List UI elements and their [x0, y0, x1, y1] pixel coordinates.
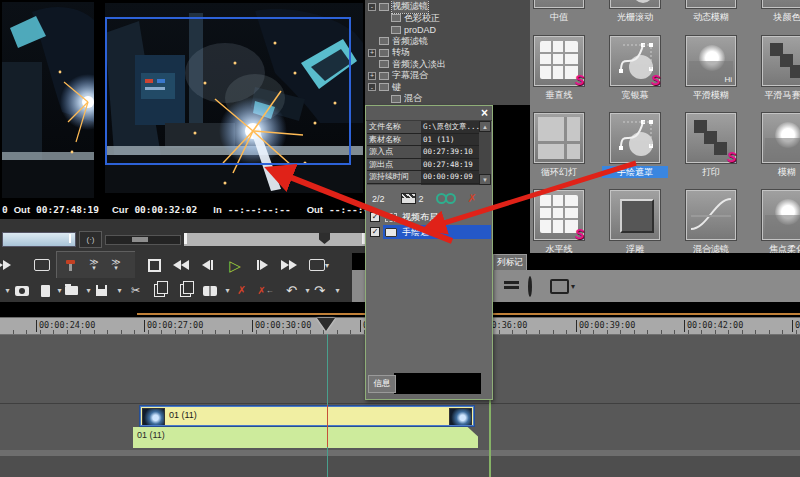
- tree-item-prodad[interactable]: proDAD: [391, 24, 436, 35]
- video-clip[interactable]: 01 (11): [140, 406, 474, 426]
- position-slider[interactable]: [183, 232, 366, 247]
- video-layout-box[interactable]: [105, 17, 351, 165]
- effect-label[interactable]: 模糊: [754, 166, 800, 178]
- playhead-marker[interactable]: [317, 318, 335, 331]
- layer-row-video-layout[interactable]: ✓ 视频布局: [366, 210, 492, 224]
- fastforward-button[interactable]: [276, 254, 302, 276]
- tree-item-blend[interactable]: 混合: [391, 93, 422, 104]
- effect-label[interactable]: 光栅滚动: [602, 11, 668, 23]
- effect-item-raster-scroll[interactable]: [610, 0, 660, 8]
- stop-button[interactable]: [142, 254, 166, 276]
- next-frame-button[interactable]: [250, 254, 274, 276]
- effect-label[interactable]: 水平线: [530, 243, 592, 253]
- tree-item-transitions[interactable]: + 转场: [368, 47, 410, 58]
- effect-item-horizontal-lines[interactable]: S: [534, 190, 584, 240]
- effect-item-smooth-blur[interactable]: Hi: [686, 36, 736, 86]
- paste-button[interactable]: [178, 283, 193, 298]
- effect-item-median[interactable]: [534, 0, 584, 8]
- dropdown-icon[interactable]: ▾: [0, 283, 15, 298]
- scroll-down-button[interactable]: ▼: [479, 174, 491, 185]
- jog-control[interactable]: (·): [79, 231, 102, 248]
- capture-camera-button[interactable]: [14, 283, 29, 298]
- checkbox-checked[interactable]: ✓: [370, 227, 380, 237]
- save-project-button[interactable]: [94, 283, 109, 298]
- effect-label[interactable]: 循环幻灯: [530, 166, 592, 178]
- expander-icon[interactable]: +: [368, 49, 376, 57]
- previous-frame-button[interactable]: [196, 254, 220, 276]
- undo-button[interactable]: ↶: [284, 283, 299, 298]
- effect-item-block-color[interactable]: [762, 0, 800, 8]
- bin-button[interactable]: [202, 283, 217, 298]
- position-handle[interactable]: [319, 233, 330, 244]
- effect-label[interactable]: 垂直线: [530, 89, 592, 101]
- display-mode-button[interactable]: [30, 254, 54, 276]
- sequence-marker-tab[interactable]: 列标记: [493, 254, 527, 270]
- new-sequence-button[interactable]: [38, 283, 53, 298]
- effect-label[interactable]: 混合滤镜: [678, 243, 744, 253]
- clapper-icon[interactable]: [401, 193, 416, 204]
- dropdown-icon[interactable]: ▾: [330, 283, 345, 298]
- layer-row-hand-drawn-mask[interactable]: ✓ 手绘遮罩: [366, 225, 492, 239]
- effect-label[interactable]: 浮雕: [602, 243, 668, 253]
- panel-scrollbar[interactable]: ▲ ▼: [479, 121, 491, 185]
- capture-button[interactable]: [60, 254, 80, 276]
- expander-icon[interactable]: -: [368, 3, 376, 11]
- info-value: G:\原创文章...: [421, 122, 480, 132]
- dropdown-icon[interactable]: ▾: [220, 283, 235, 298]
- effect-label[interactable]: 平滑马赛克: [754, 89, 800, 101]
- delete-button[interactable]: ✗: [234, 283, 249, 298]
- effect-item-hand-drawn-mask[interactable]: [610, 113, 660, 163]
- effect-label[interactable]: 平滑模糊: [678, 89, 744, 101]
- info-value: 01 (11): [421, 135, 480, 144]
- shuttle-slider[interactable]: [105, 235, 181, 245]
- effect-item-mix-filter[interactable]: [686, 190, 736, 240]
- info-tab[interactable]: 信息: [368, 375, 396, 393]
- effect-label-selected[interactable]: 手绘遮罩: [602, 166, 668, 178]
- fastforward-button-partial[interactable]: [0, 254, 16, 276]
- effect-item-motion-blur[interactable]: [686, 0, 736, 8]
- expander-icon[interactable]: +: [368, 72, 376, 80]
- copy-button[interactable]: [152, 283, 167, 298]
- color-correction-button[interactable]: [528, 278, 532, 296]
- shuttle-handle[interactable]: [132, 237, 148, 242]
- effect-label[interactable]: 块颜色: [754, 11, 800, 23]
- effect-label[interactable]: 焦点柔化: [754, 243, 800, 253]
- effect-label[interactable]: 宽银幕: [602, 89, 668, 101]
- tree-item-audio-filters[interactable]: 音频滤镜: [379, 36, 428, 47]
- tree-item-audio-fade[interactable]: 音频淡入淡出: [379, 59, 446, 70]
- remove-effect-icon[interactable]: ✗: [468, 192, 477, 205]
- cut-button[interactable]: ✂: [128, 283, 143, 298]
- tree-item-key[interactable]: - 键: [368, 82, 401, 93]
- effect-item-loop-slide[interactable]: [534, 113, 584, 163]
- expander-icon[interactable]: -: [368, 83, 376, 91]
- redo-button[interactable]: ↷: [312, 283, 327, 298]
- effect-item-blur[interactable]: Bl: [762, 113, 800, 163]
- effect-item-emboss[interactable]: [610, 190, 660, 240]
- panel-titlebar[interactable]: ×: [366, 106, 492, 121]
- effect-item-smooth-mosaic[interactable]: [762, 36, 800, 86]
- effect-label[interactable]: 打印: [678, 166, 744, 178]
- export-alt-button[interactable]: ≫▾: [106, 254, 126, 276]
- effect-label[interactable]: 中值: [530, 11, 592, 23]
- effect-item-widescreen[interactable]: S: [610, 36, 660, 86]
- audio-clip[interactable]: 01 (11): [133, 427, 478, 448]
- play-button[interactable]: ▷: [222, 254, 248, 276]
- effect-item-vertical-lines[interactable]: S: [534, 36, 584, 86]
- export-button[interactable]: ≫▾: [84, 254, 104, 276]
- reels-icon[interactable]: [436, 193, 456, 204]
- effect-item-print[interactable]: S: [686, 113, 736, 163]
- close-icon[interactable]: ×: [481, 106, 488, 120]
- dropdown-icon[interactable]: ▾: [112, 283, 127, 298]
- effect-label[interactable]: 动态模糊: [678, 11, 744, 23]
- fullscreen-preview-button[interactable]: ▾: [304, 254, 334, 276]
- ripple-delete-button[interactable]: ✗←: [258, 283, 273, 298]
- scroll-up-button[interactable]: ▲: [479, 121, 491, 132]
- checkbox-checked[interactable]: ✓: [370, 212, 380, 222]
- rewind-button[interactable]: [168, 254, 194, 276]
- tree-item-color-correction[interactable]: 色彩校正: [391, 13, 440, 24]
- open-project-button[interactable]: [64, 283, 79, 298]
- effect-item-soft-focus[interactable]: S: [762, 190, 800, 240]
- monitor-mode-button[interactable]: ▾: [550, 279, 575, 294]
- tree-item-video-filters[interactable]: - 视频滤镜: [368, 1, 428, 12]
- tree-item-title-mixer[interactable]: + 字幕混合: [368, 70, 428, 81]
